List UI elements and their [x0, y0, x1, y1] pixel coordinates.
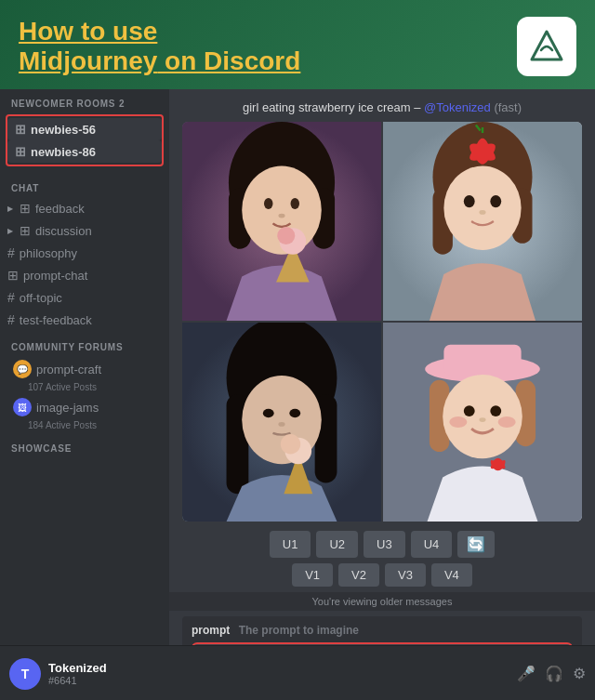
at-user: @Tokenized: [424, 100, 491, 114]
sidebar-label-discussion: discussion: [35, 224, 92, 238]
svg-point-39: [498, 416, 516, 428]
prompt-placeholder-text: The prompt to imagine: [239, 624, 359, 637]
svg-point-25: [263, 409, 274, 418]
hash-icon-2: ⊞: [15, 144, 26, 159]
showcase-section-label: Showcase: [0, 432, 169, 457]
v2-button[interactable]: V2: [338, 563, 379, 587]
sidebar-item-newbies-86[interactable]: ⊞ newbies-86: [7, 140, 162, 163]
microphone-icon[interactable]: 🎤: [517, 665, 536, 682]
svg-point-35: [443, 375, 522, 458]
community-section-label: Community Forums: [0, 331, 169, 356]
svg-point-26: [289, 409, 300, 418]
user-name: Tokenized: [48, 661, 509, 675]
sidebar-label-newbies86: newbies-86: [31, 145, 96, 159]
header-logo: [517, 17, 576, 76]
portrait-tl: [182, 122, 381, 321]
forum-icon-imagejams: 🖼: [13, 398, 32, 416]
svg-point-6: [291, 198, 300, 209]
image-cell-bl: [182, 323, 381, 522]
sidebar-item-prompt-chat[interactable]: ⊞ prompt-chat: [0, 264, 169, 286]
forum-sub-promptcraft: 107 Active Posts: [0, 382, 169, 394]
hash-icon-discussion: ⊞: [20, 223, 31, 238]
sidebar-item-image-jams[interactable]: 🖼 image-jams: [0, 394, 169, 420]
newcomer-section-label: Newcomer Rooms 2: [0, 89, 169, 112]
forum-sub-imagejams: 184 Active Posts: [0, 420, 169, 432]
forum-icon-promptcraft: 💬: [13, 360, 32, 378]
sidebar-item-discussion[interactable]: ▶ ⊞ discussion: [0, 219, 169, 242]
sidebar-label-imagejams: image-jams: [36, 401, 99, 415]
v1-button[interactable]: V1: [292, 563, 333, 587]
svg-point-29: [281, 434, 300, 454]
sidebar-item-philosophy[interactable]: # philosophy: [0, 242, 169, 264]
v3-button[interactable]: V3: [385, 563, 426, 587]
hash-icon-1: ⊞: [15, 122, 26, 137]
svg-point-9: [277, 227, 295, 244]
svg-point-40: [479, 418, 485, 423]
svg-point-7: [278, 214, 284, 218]
triangle-icon-2: ▶: [7, 227, 13, 235]
sidebar-label-testfeedback: test-feedback: [20, 313, 92, 327]
portrait-br: [383, 323, 582, 522]
header-title-line1: How to use: [19, 17, 157, 46]
image-cell-tl: [182, 122, 381, 321]
header: How to use Midjourney on Discord: [0, 0, 595, 89]
sidebar-label-offtopic: off-topic: [20, 291, 62, 305]
svg-point-17: [479, 210, 485, 215]
prompt-label-row: prompt The prompt to imagine: [192, 624, 573, 637]
upscale-buttons-row: U1 U2 U3 U4 🔄: [182, 531, 582, 558]
svg-rect-32: [443, 345, 521, 376]
sidebar-item-off-topic[interactable]: # off-topic: [0, 286, 169, 309]
user-tag: #6641: [48, 675, 509, 686]
header-title-rest: on Discord: [157, 46, 300, 75]
hash-icon-feedback: ⊞: [20, 201, 31, 216]
sidebar-item-feedback[interactable]: ▶ ⊞ feedback: [0, 197, 169, 219]
svg-point-14: [443, 166, 521, 250]
svg-point-37: [490, 406, 501, 417]
settings-icon[interactable]: ⚙: [573, 665, 586, 682]
u1-button[interactable]: U1: [270, 531, 311, 558]
header-title: How to use Midjourney on Discord: [19, 17, 300, 76]
u4-button[interactable]: U4: [411, 531, 453, 558]
u3-button[interactable]: U3: [364, 531, 405, 558]
bottom-bar: T Tokenized #6641 🎤 🎧 ⚙: [0, 645, 595, 700]
svg-point-5: [264, 198, 273, 209]
portrait-tr: [383, 122, 582, 321]
sidebar: Newcomer Rooms 2 ⊞ newbies-56 ⊞ newbies-…: [0, 89, 169, 645]
sidebar-item-test-feedback[interactable]: # test-feedback: [0, 309, 169, 331]
prompt-title-text: girl eating strawberry ice cream: [243, 100, 411, 114]
portrait-bl: [182, 323, 381, 522]
svg-point-38: [449, 416, 467, 428]
user-info: Tokenized #6641: [48, 661, 509, 686]
sidebar-label-feedback: feedback: [35, 202, 85, 216]
chat-area: girl eating strawberry ice cream – @Toke…: [169, 89, 595, 645]
variation-buttons-row: V1 V2 V3 V4: [182, 563, 582, 587]
hash-icon-offtopic: #: [7, 290, 15, 305]
main-layout: Newcomer Rooms 2 ⊞ newbies-56 ⊞ newbies-…: [0, 89, 595, 645]
avatar: T: [9, 658, 41, 690]
svg-point-16: [490, 195, 501, 207]
triangle-icon: ▶: [7, 205, 13, 213]
headset-icon[interactable]: 🎧: [545, 665, 563, 682]
command-input-box[interactable]: / imagine prompt girl eating strawberry …: [192, 642, 573, 645]
u2-button[interactable]: U2: [316, 531, 358, 558]
sidebar-label-promptcraft: prompt-craft: [36, 363, 101, 376]
header-title-midjourney: Midjourney: [19, 46, 157, 75]
sidebar-label-philosophy: philosophy: [20, 246, 77, 260]
svg-point-15: [464, 195, 475, 207]
hash-icon-testfeedback: #: [7, 312, 15, 327]
prompt-keyword: prompt: [192, 624, 230, 637]
svg-point-36: [464, 406, 475, 417]
sidebar-label-newbies56: newbies-56: [31, 123, 96, 137]
hash-icon-philosophy: #: [7, 245, 15, 260]
chat-section-label: Chat: [0, 172, 169, 197]
fast-tag: (fast): [494, 100, 522, 114]
bottom-icons: 🎤 🎧 ⚙: [517, 665, 586, 682]
sidebar-item-prompt-craft[interactable]: 💬 prompt-craft: [0, 356, 169, 382]
svg-point-27: [278, 422, 284, 427]
refresh-button[interactable]: 🔄: [457, 531, 495, 558]
hash-icon-promptchat: ⊞: [7, 268, 19, 283]
sidebar-item-newbies-56[interactable]: ⊞ newbies-56: [7, 118, 162, 140]
prompt-display: prompt The prompt to imagine / imagine p…: [182, 616, 582, 645]
v4-button[interactable]: V4: [431, 563, 472, 587]
image-cell-br: [383, 323, 582, 522]
